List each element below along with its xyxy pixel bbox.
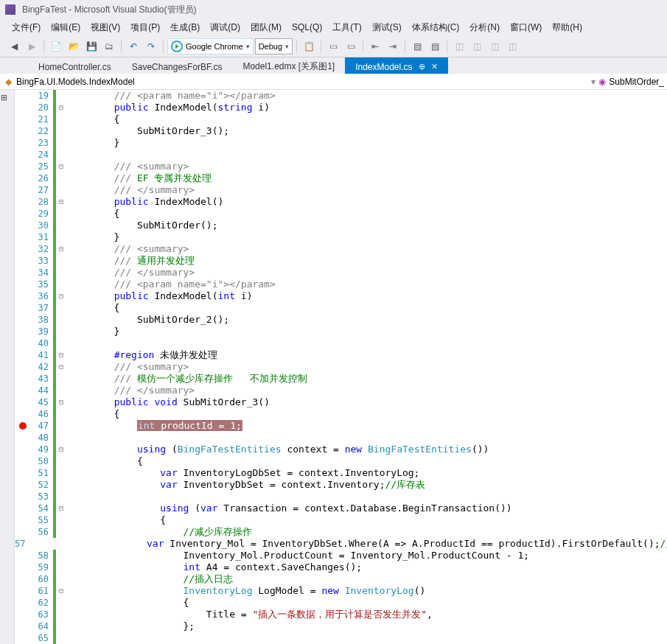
- indent-left-icon[interactable]: ⇤: [367, 38, 383, 55]
- breakpoint-gutter[interactable]: [15, 90, 31, 102]
- breakpoint-gutter[interactable]: [15, 337, 31, 349]
- breakpoint-gutter[interactable]: [15, 585, 31, 597]
- menu-item[interactable]: 视图(V): [86, 20, 125, 35]
- code-line[interactable]: 52 var InventoryDbSet = context.Inventor…: [15, 479, 667, 491]
- code-text[interactable]: int A4 = context.SaveChanges();: [66, 561, 362, 573]
- code-text[interactable]: //插入日志: [66, 573, 233, 585]
- class-path[interactable]: BingFa.UI.Models.IndexModel: [16, 77, 135, 87]
- breakpoint-gutter[interactable]: [15, 514, 31, 526]
- breakpoint-gutter[interactable]: [15, 620, 31, 632]
- breakpoint-gutter[interactable]: [15, 597, 31, 609]
- breakpoint-icon[interactable]: [19, 422, 27, 430]
- save-all-icon[interactable]: 🗂: [101, 38, 117, 55]
- toolbar-icon[interactable]: ◫: [504, 38, 520, 55]
- code-line[interactable]: 44 /// </summary>: [15, 385, 667, 396]
- breakpoint-gutter[interactable]: [15, 444, 31, 455]
- menu-item[interactable]: 帮助(H): [548, 20, 587, 35]
- breakpoint-gutter[interactable]: [15, 503, 31, 514]
- menu-item[interactable]: 团队(M): [246, 20, 286, 35]
- code-line[interactable]: 37 {: [15, 302, 667, 314]
- menu-item[interactable]: 项目(P): [126, 20, 164, 35]
- toolbar-icon[interactable]: ▭: [343, 38, 359, 55]
- code-text[interactable]: SubMitOrder_2();: [66, 314, 229, 326]
- breakpoint-gutter[interactable]: [15, 396, 31, 408]
- code-text[interactable]: SubMitOrder_3();: [66, 125, 229, 137]
- code-text[interactable]: [66, 632, 184, 644]
- code-text[interactable]: using (var Transaction = context.Databas…: [66, 503, 512, 514]
- code-text[interactable]: using (BingFaTestEntities context = new …: [66, 444, 489, 455]
- menu-item[interactable]: 窗口(W): [506, 20, 546, 35]
- code-line[interactable]: 49⊟ using (BingFaTestEntities context = …: [15, 444, 667, 455]
- new-project-icon[interactable]: 📄: [48, 38, 64, 55]
- code-line[interactable]: 38 SubMitOrder_2();: [15, 314, 667, 326]
- code-text[interactable]: };: [66, 620, 195, 632]
- start-debug-button[interactable]: Google Chrome ▾: [167, 38, 254, 55]
- pin-icon[interactable]: ⊕: [419, 62, 425, 71]
- code-line[interactable]: 51 var InventoryLogDbSet = context.Inven…: [15, 467, 667, 479]
- code-line[interactable]: 65: [15, 632, 667, 644]
- breakpoint-gutter[interactable]: [15, 609, 31, 620]
- code-line[interactable]: 62 {: [15, 597, 667, 609]
- menu-item[interactable]: 文件(F): [7, 20, 45, 35]
- code-text[interactable]: /// <param name="i"></param>: [66, 279, 276, 290]
- code-line[interactable]: 34 /// </summary>: [15, 267, 667, 279]
- breakpoint-gutter[interactable]: [15, 290, 31, 302]
- fold-toggle[interactable]: ⊟: [56, 243, 66, 255]
- breakpoint-gutter[interactable]: [15, 196, 31, 208]
- breakpoint-gutter[interactable]: [15, 361, 31, 373]
- code-line[interactable]: 25⊟ /// <summary>: [15, 161, 667, 172]
- code-line[interactable]: 39 }: [15, 326, 667, 337]
- code-line[interactable]: 21 {: [15, 113, 667, 125]
- menu-item[interactable]: 编辑(E): [46, 20, 85, 35]
- breakpoint-gutter[interactable]: [15, 243, 31, 255]
- fold-toggle[interactable]: ⊟: [56, 503, 66, 514]
- menu-item[interactable]: 测试(S): [368, 20, 406, 35]
- code-line[interactable]: 63 Title = "插入一条数据，用于计算是否发生并发",: [15, 609, 667, 620]
- breakpoint-gutter[interactable]: [15, 279, 31, 290]
- config-dropdown[interactable]: Debug ▾: [255, 38, 293, 55]
- menu-item[interactable]: 生成(B): [166, 20, 204, 35]
- code-line[interactable]: 29 {: [15, 208, 667, 220]
- code-line[interactable]: 36⊟ public IndexModel(int i): [15, 290, 667, 302]
- side-tool-tabs[interactable]: ⊞: [0, 90, 15, 644]
- code-line[interactable]: 57 var Inventory_Mol = InventoryDbSet.Wh…: [15, 538, 667, 550]
- breakpoint-gutter[interactable]: [15, 455, 31, 467]
- fold-toggle[interactable]: ⊟: [56, 349, 66, 361]
- code-text[interactable]: [66, 149, 68, 161]
- code-text[interactable]: }: [66, 326, 119, 337]
- breakpoint-gutter[interactable]: [15, 349, 31, 361]
- toolbar-icon[interactable]: 📋: [301, 38, 317, 55]
- breakpoint-gutter[interactable]: [15, 184, 31, 196]
- nav-back-icon[interactable]: ◀: [6, 38, 22, 55]
- code-line[interactable]: 24: [15, 149, 667, 161]
- side-tab-label[interactable]: ⊞: [0, 90, 10, 101]
- code-text[interactable]: /// 通用并发处理: [66, 255, 195, 267]
- save-icon[interactable]: 💾: [83, 38, 99, 55]
- document-tab[interactable]: SaveChangesForBF.cs: [122, 57, 233, 74]
- nav-fwd-icon[interactable]: ▶: [24, 38, 40, 55]
- code-line[interactable]: 35 /// <param name="i"></param>: [15, 279, 667, 290]
- code-text[interactable]: /// <summary>: [66, 361, 189, 373]
- code-line[interactable]: 64 };: [15, 620, 667, 632]
- breakpoint-gutter[interactable]: [15, 314, 31, 326]
- code-text[interactable]: [66, 337, 68, 349]
- breakpoint-gutter[interactable]: [15, 267, 31, 279]
- code-text[interactable]: #region 未做并发处理: [66, 349, 217, 361]
- code-line[interactable]: 58 Inventory_Mol.ProductCount = Inventor…: [15, 550, 667, 561]
- code-text[interactable]: {: [66, 514, 166, 526]
- undo-icon[interactable]: ↶: [125, 38, 142, 55]
- fold-toggle[interactable]: ⊟: [56, 161, 66, 172]
- code-text[interactable]: /// <summary>: [66, 161, 189, 172]
- breakpoint-gutter[interactable]: [15, 149, 31, 161]
- code-text[interactable]: /// <summary>: [66, 243, 189, 255]
- breakpoint-gutter[interactable]: [15, 550, 31, 561]
- breakpoint-gutter[interactable]: [15, 561, 31, 573]
- code-text[interactable]: var InventoryDbSet = context.Inventory;/…: [66, 479, 425, 491]
- breakpoint-gutter[interactable]: [15, 172, 31, 184]
- code-line[interactable]: 41⊟ #region 未做并发处理: [15, 349, 667, 361]
- code-text[interactable]: /// 模仿一个减少库存操作 不加并发控制: [66, 373, 307, 385]
- open-file-icon[interactable]: 📂: [66, 38, 82, 55]
- code-text[interactable]: /// EF 专属并发处理: [66, 172, 212, 184]
- code-text[interactable]: /// </summary>: [66, 385, 195, 396]
- breakpoint-gutter[interactable]: [15, 231, 31, 243]
